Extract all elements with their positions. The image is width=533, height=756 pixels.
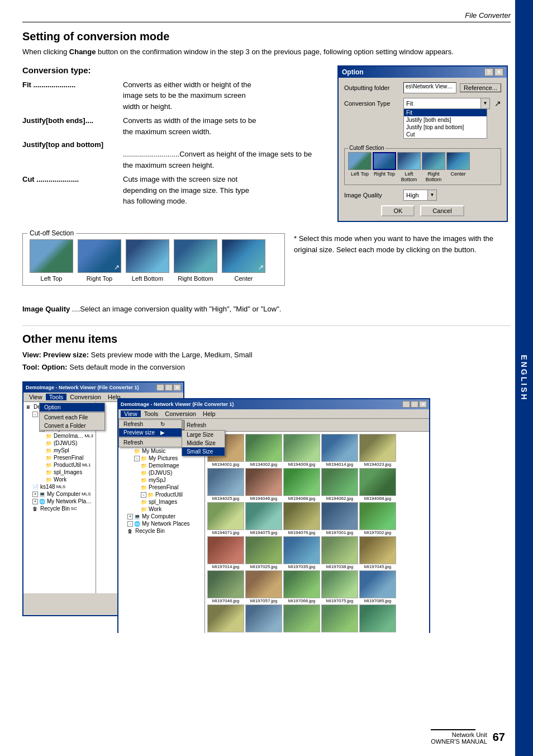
file-item[interactable]: MI194009.jpg <box>283 434 320 467</box>
tree-spl-images[interactable]: 📁 spl_Images <box>25 469 94 476</box>
file-item[interactable]: MI197035.jpg <box>283 536 320 569</box>
cutoff-big-thumb-c[interactable]: ↗ <box>222 239 265 273</box>
close-button[interactable]: ✕ <box>494 68 503 76</box>
file-item[interactable]: MI194025.jpg <box>207 468 244 501</box>
tree-myspj[interactable]: 📁 mySpl <box>25 447 94 454</box>
cutoff-big-thumb-lt[interactable] <box>30 239 73 273</box>
tools-convert-folder[interactable]: Convert a Folder <box>40 422 104 430</box>
reference-button[interactable]: Reference... <box>460 83 501 92</box>
cutoff-thumb-rt[interactable] <box>373 152 396 170</box>
overlay-menu-view[interactable]: View <box>121 410 141 417</box>
ov-tree-myspj[interactable]: 📁 mySpJ <box>120 476 203 484</box>
file-item[interactable]: MI194046.jpg <box>245 468 282 501</box>
ov-tree-network[interactable]: - 🌐 My Network Places <box>120 520 203 527</box>
dropdown-item-fit[interactable]: Fit <box>404 109 487 116</box>
overlay-menu-tools[interactable]: Tools <box>141 410 162 417</box>
tools-convert-each[interactable]: Convert each File <box>40 413 104 422</box>
ov-tree-recycle[interactable]: 🗑 Recycle Bin <box>120 527 203 535</box>
tree-network-places[interactable]: + 🌐 My Network Places <box>25 498 94 505</box>
file-item[interactable]: MI197057.jpg <box>245 570 282 603</box>
dropdown-item-cut[interactable]: Cut <box>404 131 487 138</box>
file-item[interactable]: MI197038.jpg <box>321 536 358 569</box>
file-item[interactable]: MI197046.jpg <box>207 570 244 603</box>
ov-tree-productutil[interactable]: - 📁 ProductUtil <box>120 491 203 498</box>
conversion-type-dropdown[interactable]: Fit ▼ Fit Justify [both ends] Justify [t… <box>403 98 490 109</box>
conversion-type-list[interactable]: Fit Justify [both ends] Justify [top and… <box>403 108 487 139</box>
view-refresh-item[interactable]: Refresh ↻ <box>119 420 182 428</box>
file-item[interactable]: MI197025.jpg <box>245 536 282 569</box>
file-item[interactable]: MI197001.jpg <box>321 502 358 535</box>
file-item[interactable]: MI194062.jpg <box>321 468 358 501</box>
ok-button[interactable]: OK <box>381 205 415 216</box>
file-item[interactable]: MI197085.jpg <box>359 570 396 603</box>
file-item[interactable]: MI197100.jpg <box>245 604 282 633</box>
cutoff-big-thumb-rb[interactable] <box>174 239 217 273</box>
file-item[interactable]: MI194014.jpg <box>321 434 358 467</box>
cutoff-big-thumb-lb[interactable] <box>126 239 169 273</box>
file-item[interactable]: MI194075.jpg <box>245 502 282 535</box>
conversion-type-select-box[interactable]: Fit ▼ <box>403 98 490 109</box>
help-button[interactable]: ? <box>484 68 493 76</box>
middle-size-item[interactable]: Middle Size <box>182 439 225 447</box>
file-item[interactable]: MI197075.jpg <box>321 570 358 603</box>
ov-tree-demoimage[interactable]: 📁 DemoImage <box>120 462 203 469</box>
file-item[interactable]: MI194023.jpg <box>359 434 396 467</box>
file-item[interactable]: MI197014.jpg <box>207 536 244 569</box>
ov-tree-work[interactable]: 📁 Work <box>120 505 203 513</box>
file-item[interactable]: SC002.jpg <box>321 604 358 633</box>
image-quality-select[interactable]: High ▼ <box>403 190 437 201</box>
file-item[interactable]: MI194068.jpg <box>283 468 320 501</box>
overlay-close-button[interactable]: ✕ <box>419 401 427 408</box>
ov-tree-presenfinal[interactable]: 📁 PresenFinal <box>120 484 203 491</box>
file-item[interactable]: MI194071.jpg <box>207 502 244 535</box>
overlay-menu-conversion[interactable]: Conversion <box>161 410 199 417</box>
outputting-folder-input[interactable]: es\Network Viewer & Capture <box>403 82 456 93</box>
tree-demoimageml3[interactable]: 📁 DemoImage ML3 <box>25 432 94 440</box>
file-item[interactable]: MI194076.jpg <box>283 502 320 535</box>
large-size-item[interactable]: Large Size <box>182 431 225 439</box>
tree-recycle-bin[interactable]: 🗑 Recycle Bin SC <box>25 505 94 512</box>
main-max-button[interactable]: □ <box>165 384 173 391</box>
file-item[interactable]: MI197066.jpg <box>283 570 320 603</box>
cancel-button[interactable]: Cancel <box>420 205 464 216</box>
cutoff-big-thumb-rt[interactable]: ↗ <box>78 239 121 273</box>
overlay-menu-help[interactable]: Help <box>199 410 219 417</box>
tools-option-item[interactable]: Option <box>40 403 104 412</box>
tree-work[interactable]: 📁 Work <box>25 476 94 483</box>
overlay-max-button[interactable]: □ <box>411 401 418 408</box>
main-menu-conversion[interactable]: Conversion <box>66 394 104 400</box>
cutoff-thumb-lt[interactable] <box>348 152 372 170</box>
main-close-button[interactable]: ✕ <box>173 384 181 391</box>
image-quality-arrow[interactable]: ▼ <box>427 190 436 200</box>
ov-tree-my-computer[interactable]: + 💻 My Computer <box>120 513 203 520</box>
tree-djwus[interactable]: 📁 (DJWUS) <box>25 440 94 447</box>
dropdown-item-justify-top[interactable]: Justify [top and bottom] <box>404 124 487 131</box>
view-refresh-item2[interactable]: Refresh <box>119 438 182 447</box>
small-size-item[interactable]: Small Size <box>182 447 225 456</box>
file-item[interactable]: MI197089.jpg <box>207 604 244 633</box>
cutoff-thumb-c[interactable] <box>446 152 470 170</box>
file-item[interactable]: SC001.jpg <box>283 604 320 633</box>
main-min-button[interactable]: _ <box>156 384 164 391</box>
tree-ks148[interactable]: 📄 ks148 MLS <box>25 483 94 490</box>
ov-tree-spl-images[interactable]: 📁 spl_Images <box>120 498 203 505</box>
main-menu-view[interactable]: View <box>26 394 46 400</box>
file-item[interactable]: MI197002.jpg <box>359 502 396 535</box>
ov-tree-djwus[interactable]: 📁 (DJWUS) <box>120 469 203 476</box>
tree-presenfinal[interactable]: 📁 PresenFinal <box>25 454 94 461</box>
cutoff-thumb-rb[interactable] <box>422 152 445 170</box>
tree-my-computer[interactable]: + 💻 My Computer MLS <box>25 490 94 498</box>
overlay-min-button[interactable]: _ <box>402 401 410 408</box>
dropdown-item-justify-both[interactable]: Justify [both ends] <box>404 116 487 124</box>
cutoff-thumb-lb[interactable] <box>397 152 421 170</box>
tree-productutil[interactable]: 📁 ProductUtil ML1 <box>25 461 94 469</box>
file-item[interactable]: MI197045.jpg <box>359 536 396 569</box>
view-preview-size-item[interactable]: Preview size ▶ <box>119 428 182 437</box>
overlay-content: - 🖥 Desktop - 📁 My Documents 📁 My Music <box>118 432 429 633</box>
file-item[interactable]: MI194068.jpg <box>359 468 396 501</box>
main-menu-tools[interactable]: Tools <box>46 394 67 400</box>
view-label: View: <box>22 351 41 359</box>
file-item[interactable]: SC014.jpg <box>359 604 396 633</box>
conversion-type-arrow[interactable]: ▼ <box>480 98 489 108</box>
file-item[interactable]: MI134002.jpg <box>245 434 282 467</box>
